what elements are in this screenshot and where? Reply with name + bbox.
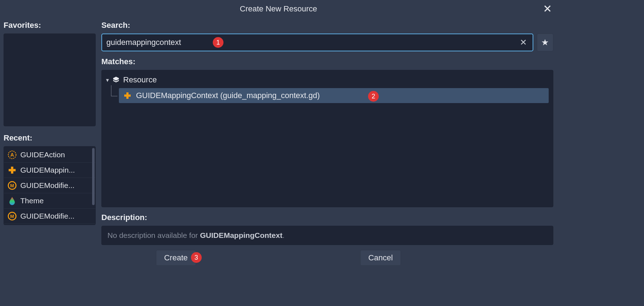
favorites-label: Favorites:: [4, 21, 96, 30]
recent-label: Recent:: [4, 133, 96, 143]
footer: Create 3 Cancel: [4, 245, 553, 266]
matches-label: Matches:: [101, 57, 553, 66]
recent-item[interactable]: M GUIDEModifie...: [4, 209, 95, 224]
titlebar: Create New Resource ✕: [4, 0, 553, 18]
search-row: ✕ ★ 1: [101, 34, 553, 51]
create-button[interactable]: Create: [156, 250, 196, 266]
search-box: ✕: [101, 34, 533, 51]
chevron-down-icon[interactable]: ▾: [106, 77, 109, 83]
svg-text:A: A: [10, 152, 14, 158]
search-input[interactable]: [106, 38, 518, 47]
cancel-button[interactable]: Cancel: [360, 250, 401, 266]
recent-item-label: Theme: [20, 197, 44, 205]
svg-text:M: M: [10, 183, 14, 188]
favorites-panel[interactable]: [4, 34, 96, 126]
star-icon: ★: [541, 37, 549, 47]
recent-item-label: GUIDEAction: [20, 151, 65, 159]
badge-3: 3: [191, 252, 202, 263]
badge-2: 2: [368, 91, 379, 102]
description-class: GUIDEMappingContext: [200, 231, 282, 239]
badge-1: 1: [213, 37, 223, 48]
recent-panel: A GUIDEAction GUIDEMappin... M GUIDEModi…: [4, 146, 96, 225]
tree-root-label: Resource: [123, 75, 157, 85]
dpad-icon: [123, 91, 132, 100]
ring-m-icon: M: [7, 181, 17, 190]
gear-a-icon: A: [7, 150, 17, 159]
recent-item[interactable]: A GUIDEAction: [4, 147, 95, 163]
create-resource-dialog: Create New Resource ✕ Favorites: Recent:…: [0, 0, 557, 269]
tree-child: GUIDEMappingContext (guide_mapping_conte…: [106, 88, 549, 103]
clear-icon[interactable]: ✕: [518, 37, 528, 47]
left-column: Favorites: Recent: A GUIDEAction GUIDEMa…: [4, 18, 96, 245]
description-panel: No description available for GUIDEMappin…: [101, 226, 553, 245]
dpad-icon: [7, 165, 17, 175]
tree-item-label: GUIDEMappingContext (guide_mapping_conte…: [136, 91, 320, 100]
recent-item-label: GUIDEModifie...: [20, 181, 75, 190]
right-column: Search: ✕ ★ 1 Matches: ▾ Resource: [101, 18, 553, 245]
dialog-content: Favorites: Recent: A GUIDEAction GUIDEMa…: [4, 18, 553, 245]
close-icon[interactable]: ✕: [543, 4, 552, 14]
resource-icon: [112, 76, 120, 84]
svg-text:M: M: [10, 214, 14, 219]
recent-item[interactable]: M GUIDEModifie...: [4, 178, 95, 193]
description-suffix: .: [282, 231, 285, 239]
create-wrap: Create 3: [156, 250, 196, 266]
dialog-title: Create New Resource: [240, 4, 317, 14]
favorite-button[interactable]: ★: [537, 34, 553, 51]
tree-root[interactable]: ▾ Resource: [106, 74, 549, 86]
matches-panel: ▾ Resource GUIDEMappingContext (guide_ma…: [101, 70, 553, 207]
description-label: Description:: [101, 213, 553, 222]
scrollbar[interactable]: [92, 148, 95, 205]
ring-m-icon: M: [7, 211, 17, 221]
tree-item-selected[interactable]: GUIDEMappingContext (guide_mapping_conte…: [119, 88, 549, 103]
recent-item-label: GUIDEMappin...: [20, 166, 75, 174]
drop-icon: [7, 196, 17, 205]
recent-item-label: GUIDEModifie...: [20, 212, 75, 220]
search-label: Search:: [101, 21, 553, 30]
recent-item[interactable]: GUIDEMappin...: [4, 163, 95, 178]
recent-item[interactable]: Theme: [4, 193, 95, 209]
tree-line: [106, 88, 119, 103]
description-prefix: No description available for: [107, 231, 200, 239]
